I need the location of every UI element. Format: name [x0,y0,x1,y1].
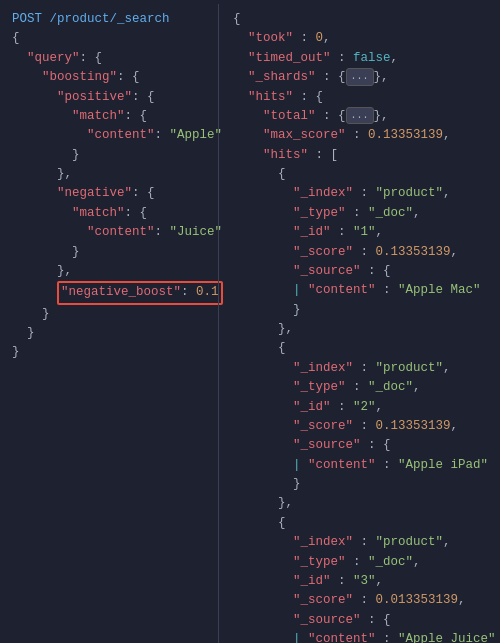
r-hit3-open: { [233,514,496,533]
left-panel: POST /product/_search { "query": { "boos… [0,4,218,643]
line-content-apple: "content": "Apple" [12,126,210,145]
r-total: "total" : {...}, [233,107,496,126]
r-hit3-index: "_index" : "product", [233,533,496,552]
main-container: POST /product/_search { "query": { "boos… [0,0,500,643]
r-hit3-score: "_score" : 0.013353139, [233,591,496,610]
r-hit3-source: "_source" : { [233,611,496,630]
r-hit3-id: "_id" : "3", [233,572,496,591]
r-hit2-index: "_index" : "product", [233,359,496,378]
r-maxscore: "max_score" : 0.13353139, [233,126,496,145]
line-match1: "match": { [12,107,210,126]
line-boosting: "boosting": { [12,68,210,87]
r-hit1-source: "_source" : { [233,262,496,281]
r-hit1-content: | "content" : "Apple Mac" [233,281,496,300]
r-hit2-close: }, [233,494,496,513]
r-hit1-index: "_index" : "product", [233,184,496,203]
r-hit2-source: "_source" : { [233,436,496,455]
line-neg-boost: "negative_boost": 0.1 [12,281,210,304]
line-close7: } [12,343,210,362]
line-match2: "match": { [12,204,210,223]
r-hit2-id: "_id" : "2", [233,398,496,417]
r-hit1-id: "_id" : "1", [233,223,496,242]
line-close1: } [12,146,210,165]
r-hits-arr: "hits" : [ [233,146,496,165]
r-hit1-open: { [233,165,496,184]
line-close6: } [12,324,210,343]
line-close4: }, [12,262,210,281]
r-hits-open: "hits" : { [233,88,496,107]
r-hit2-type: "_type" : "_doc", [233,378,496,397]
line-open: { [12,29,210,48]
r-hit1-type: "_type" : "_doc", [233,204,496,223]
method-line: POST /product/_search [12,10,210,29]
r-open: { [233,10,496,29]
r-hit2-content: | "content" : "Apple iPad" [233,456,496,475]
r-timedout: "timed_out" : false, [233,49,496,68]
r-hit3-type: "_type" : "_doc", [233,553,496,572]
r-hit1-src-close: } [233,301,496,320]
right-panel: { "took" : 0, "timed_out" : false, "_sha… [219,4,500,643]
r-hit1-score: "_score" : 0.13353139, [233,243,496,262]
r-took: "took" : 0, [233,29,496,48]
line-close2: }, [12,165,210,184]
line-content-juice: "content": "Juice" [12,223,210,242]
r-hit2-src-close: } [233,475,496,494]
r-shards: "_shards" : {...}, [233,68,496,87]
r-hit2-score: "_score" : 0.13353139, [233,417,496,436]
line-negative: "negative": { [12,184,210,203]
line-close3: } [12,243,210,262]
r-hit3-content: | "content" : "Apple Juice" [233,630,496,643]
line-positive: "positive": { [12,88,210,107]
line-close5: } [12,305,210,324]
line-query: "query": { [12,49,210,68]
r-hit1-close: }, [233,320,496,339]
r-hit2-open: { [233,339,496,358]
